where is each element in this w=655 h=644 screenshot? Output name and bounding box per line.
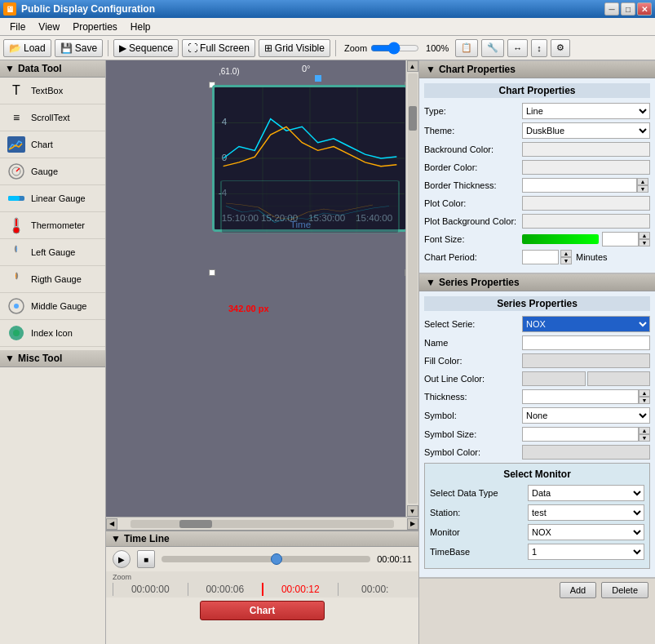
fillcolor-value	[522, 353, 650, 368]
chartperiod-input[interactable]: 60	[522, 250, 559, 264]
symbol-select[interactable]: None Circle	[522, 407, 650, 424]
bordercolor-color[interactable]	[522, 160, 650, 175]
zoom-slider[interactable]	[370, 42, 419, 54]
resize-handle-sw[interactable]	[209, 269, 215, 276]
data-tool-header[interactable]: ▼ Data Tool	[0, 60, 105, 78]
chartperiod-down[interactable]: ▼	[560, 257, 572, 264]
monitor-row: Monitor NOX SO2	[430, 524, 644, 540]
tool-gauge[interactable]: Gauge	[0, 158, 105, 185]
fontsize-up[interactable]: ▲	[639, 232, 650, 239]
chart-button[interactable]: Chart	[200, 601, 325, 620]
tool-index-icon[interactable]: Index Icon	[0, 320, 105, 347]
select-serie-select[interactable]: NOX	[522, 316, 650, 332]
linear-gauge-icon	[7, 189, 26, 208]
borderthick-down[interactable]: ▼	[637, 185, 648, 193]
chart-props-arrow: ▼	[426, 64, 436, 75]
symbolsize-input[interactable]: 3.0	[522, 427, 639, 442]
bgcolor-value	[522, 142, 650, 157]
scroll-right-arrow[interactable]: ▶	[407, 518, 418, 530]
tb-extra-3[interactable]: ↔	[507, 39, 528, 57]
chart-widget[interactable]: 4 0 -4 15:10:00 15:20:00 15:30:00 15:40:…	[212, 85, 408, 273]
play-button[interactable]: ▶	[113, 550, 131, 568]
scroll-up-arrow[interactable]: ▲	[407, 60, 418, 72]
borderthick-up[interactable]: ▲	[637, 178, 648, 185]
tool-thermometer[interactable]: Thermometer	[0, 212, 105, 239]
tool-middle-gauge[interactable]: Middle Gauge	[0, 293, 105, 320]
series-props-section: ▼ Series Properties Series Properties Se…	[419, 273, 655, 578]
fillcolor-row: Fill Color:	[424, 353, 650, 368]
tool-left-gauge[interactable]: Left Gauge	[0, 239, 105, 266]
menu-help[interactable]: Help	[124, 20, 157, 34]
tool-textbox[interactable]: T TextBox	[0, 78, 105, 104]
tool-linear-gauge[interactable]: Linear Gauge	[0, 185, 105, 212]
tool-scrolltext[interactable]: ≡ ScrollText	[0, 104, 105, 131]
station-select[interactable]: test	[528, 504, 644, 521]
close-button[interactable]: ✕	[637, 2, 652, 16]
menu-properties[interactable]: Properties	[66, 20, 124, 34]
zoom-mark-0: 00:00:00	[113, 583, 188, 596]
monitor-select[interactable]: NOX SO2	[528, 524, 644, 540]
h-scroll-thumb[interactable]	[179, 520, 212, 528]
bgcolor-color[interactable]	[522, 142, 650, 157]
theme-select[interactable]: DuskBlue Default	[522, 122, 650, 139]
time-slider-thumb[interactable]	[271, 553, 282, 565]
plotbgcolor-color[interactable]	[522, 214, 650, 229]
add-button[interactable]: Add	[560, 582, 597, 598]
tb-extra-4[interactable]: ↕	[531, 39, 547, 57]
maximize-button[interactable]: □	[621, 2, 635, 16]
grid-visible-button[interactable]: ⊞ Grid Visible	[259, 39, 330, 57]
timebase-label: TimeBase	[430, 547, 528, 557]
outline-color-swatch2[interactable]	[587, 371, 651, 386]
plotcolor-color[interactable]	[522, 196, 650, 211]
delete-button[interactable]: Delete	[601, 582, 648, 598]
symbolsize-row: Symbol Size: 3.0 ▲ ▼	[424, 427, 650, 442]
time-controls: ▶ ■ 00:00:11	[106, 547, 418, 571]
index-icon-label: Index Icon	[31, 328, 73, 338]
series-props-header[interactable]: ▼ Series Properties	[419, 273, 655, 291]
tool-right-gauge[interactable]: Rigth Gauge	[0, 266, 105, 293]
stop-button[interactable]: ■	[137, 550, 155, 568]
thickness-up[interactable]: ▲	[639, 389, 650, 397]
chartperiod-up[interactable]: ▲	[560, 250, 572, 257]
fontsize-slider[interactable]	[522, 234, 599, 244]
timebase-select[interactable]: 1 5 10	[528, 544, 644, 560]
right-panel: ▼ Chart Properties Chart Properties Type…	[418, 60, 655, 644]
fillcolor-color[interactable]	[522, 353, 650, 368]
menu-view[interactable]: View	[32, 20, 66, 34]
fontsize-label: Font Size:	[424, 234, 522, 244]
tb-extra-1[interactable]: 📋	[455, 39, 478, 57]
scroll-down-arrow[interactable]: ▼	[407, 505, 418, 517]
tool-chart[interactable]: Chart	[0, 131, 105, 158]
thickness-input[interactable]: 2.0	[522, 389, 639, 404]
tb-extra-5[interactable]: ⚙	[551, 39, 570, 57]
scroll-left-arrow[interactable]: ◀	[106, 518, 117, 530]
fontsize-down[interactable]: ▼	[639, 239, 650, 246]
sequence-button[interactable]: ▶ Sequence	[113, 39, 179, 57]
app-icon: 🖥	[3, 2, 16, 16]
misc-tool-header[interactable]: ▼ Misc Tool	[0, 350, 105, 367]
outline-color-swatch[interactable]	[522, 371, 586, 386]
chart-props-header[interactable]: ▼ Chart Properties	[419, 60, 655, 78]
symbolsize-down[interactable]: ▼	[639, 434, 650, 442]
timeline-header[interactable]: ▼ Time Line	[106, 531, 418, 547]
select-serie-label: Select Serie:	[424, 319, 522, 329]
minimize-button[interactable]: ─	[604, 2, 619, 16]
type-select[interactable]: Line Bar	[522, 103, 650, 119]
borderthick-spinner: ▲ ▼	[637, 178, 648, 193]
tb-extra-2[interactable]: 🔧	[481, 39, 504, 57]
scroll-v-thumb[interactable]	[409, 106, 417, 131]
data-type-select[interactable]: Data Calculated	[528, 485, 644, 501]
chart-top-coord: ,61.0)	[219, 67, 240, 76]
fullscreen-button[interactable]: ⛶ Full Screen	[182, 39, 255, 57]
theme-row: Theme: DuskBlue Default	[424, 122, 650, 139]
borderthick-input[interactable]: 1.00	[522, 178, 637, 193]
menu-file[interactable]: File	[3, 20, 32, 34]
time-slider[interactable]	[162, 556, 370, 562]
symbolsize-up[interactable]: ▲	[639, 427, 650, 434]
fontsize-input[interactable]: 5.34	[602, 232, 639, 246]
load-button[interactable]: 📂 Load	[3, 39, 51, 57]
symbolcolor-color[interactable]	[522, 445, 650, 460]
series-name-input[interactable]: NOX	[522, 335, 650, 350]
thickness-down[interactable]: ▼	[639, 397, 650, 404]
save-button[interactable]: 💾 Save	[55, 39, 103, 57]
